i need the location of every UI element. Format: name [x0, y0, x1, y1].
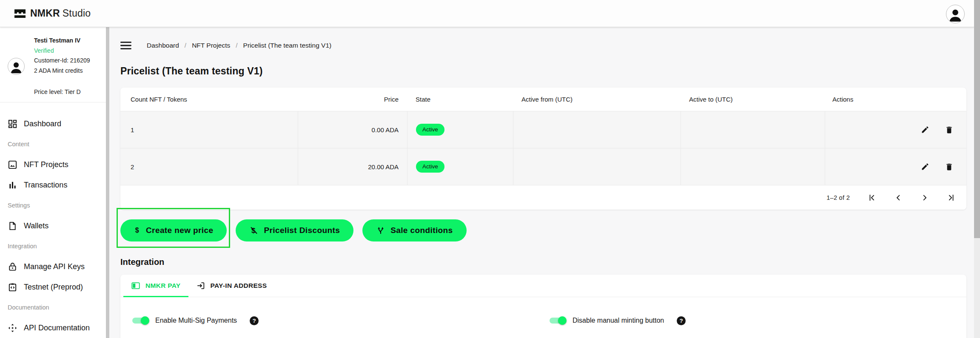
- sidebar-item-label: Dashboard: [24, 119, 61, 128]
- cell-state: Active: [407, 111, 513, 148]
- profile-avatar[interactable]: [8, 58, 25, 75]
- menu-icon[interactable]: [120, 41, 131, 50]
- image-icon: [8, 160, 17, 170]
- sidebar: Testi Testman IV Verified Customer-Id: 2…: [0, 27, 106, 338]
- column-header-state: State: [407, 96, 513, 103]
- sidebar-item-label: Transactions: [24, 181, 67, 190]
- sidebar-section-settings: Settings: [0, 195, 106, 216]
- breadcrumb-pricelist[interactable]: Pricelist (The team testing V1): [243, 42, 332, 49]
- disable-manual-minting-toggle[interactable]: [548, 315, 567, 326]
- mint-credits: 2 ADA Mint credits: [34, 66, 90, 76]
- brand-name: NMKR: [30, 8, 60, 19]
- profile-block: Testi Testman IV Verified Customer-Id: 2…: [0, 27, 106, 94]
- tab-nmkr-pay[interactable]: NMKR PAY: [123, 275, 188, 297]
- toggle-label: Enable Multi-Sig Payments: [155, 317, 237, 324]
- sale-conditions-button[interactable]: Sale conditions: [362, 219, 466, 241]
- column-header-active-from: Active from (UTC): [513, 96, 681, 103]
- sidebar-section-integration: Integration: [0, 236, 106, 256]
- column-header-active-to: Active to (UTC): [681, 96, 825, 103]
- help-icon[interactable]: ?: [250, 316, 259, 325]
- cell-count: 2: [120, 148, 298, 185]
- pagination-range: 1–2 of 2: [826, 194, 850, 201]
- verified-status: Verified: [34, 46, 90, 56]
- sidebar-item-label: API Documentation: [24, 324, 90, 332]
- toggle-thumb: [558, 316, 567, 325]
- chevron-left-icon: [894, 193, 903, 202]
- integration-tabs: NMKR PAY PAY-IN ADDRESS: [120, 275, 966, 297]
- sidebar-item-testnet[interactable]: Testnet (Preprod): [0, 277, 106, 297]
- first-page-button[interactable]: [868, 193, 876, 202]
- customer-id: Customer-Id: 216209: [34, 56, 90, 66]
- pricelist-table: Count NFT / Tokens Price State Active fr…: [120, 88, 966, 210]
- enable-multi-sig-toggle[interactable]: [131, 315, 149, 326]
- cell-actions: [825, 148, 966, 185]
- sidebar-item-label: Wallets: [24, 222, 48, 230]
- button-label: Pricelist Discounts: [264, 226, 340, 235]
- sidebar-item-dashboard[interactable]: Dashboard: [0, 114, 106, 134]
- cell-state: Active: [407, 148, 513, 185]
- sidebar-item-wallets[interactable]: Wallets: [0, 216, 106, 236]
- column-header-count: Count NFT / Tokens: [120, 96, 298, 103]
- next-page-button[interactable]: [920, 193, 929, 202]
- scrollbar-thumb[interactable]: [974, 0, 980, 238]
- tab-label: PAY-IN ADDRESS: [211, 282, 267, 290]
- pay-in-icon: [196, 281, 205, 290]
- column-header-actions: Actions: [825, 96, 966, 103]
- integration-card: NMKR PAY PAY-IN ADDRESS Enable Multi-Si: [120, 275, 966, 338]
- brand-suffix: Studio: [63, 8, 91, 19]
- breadcrumb-separator: /: [185, 42, 186, 49]
- sidebar-item-label: Manage API Keys: [24, 262, 85, 271]
- chevron-right-icon: [920, 193, 929, 202]
- delete-button[interactable]: [945, 162, 954, 171]
- sidebar-item-label: Testnet (Preprod): [24, 283, 83, 292]
- column-header-price: Price: [298, 96, 407, 103]
- last-page-button[interactable]: [947, 193, 955, 202]
- table-row: 1 0.00 ADA Active: [120, 111, 966, 148]
- sidebar-item-api-documentation[interactable]: API Documentation: [0, 318, 106, 338]
- cell-actions: [825, 111, 966, 148]
- cell-count: 1: [120, 111, 298, 148]
- page-title: Pricelist (The team testing V1): [120, 65, 974, 77]
- tab-label: NMKR PAY: [145, 282, 181, 290]
- user-avatar[interactable]: [946, 5, 965, 23]
- breadcrumb-nft-projects[interactable]: NFT Projects: [192, 42, 230, 49]
- actions-row: $ Create new price $ Pricelist Discounts: [120, 219, 974, 241]
- dollar-icon: $: [134, 226, 141, 235]
- last-page-icon: [947, 193, 955, 202]
- page-scrollbar[interactable]: [974, 0, 980, 338]
- bar-chart-icon: [8, 180, 17, 190]
- cell-active-from: [513, 111, 681, 148]
- edit-icon: [921, 162, 929, 171]
- edit-button[interactable]: [921, 162, 929, 171]
- api-icon: [8, 323, 17, 333]
- sidebar-nav: Dashboard Content NFT Projects Transacti…: [0, 114, 106, 338]
- svg-text:$: $: [135, 227, 139, 234]
- sidebar-section-content: Content: [0, 134, 106, 154]
- cell-price: 20.00 ADA: [298, 148, 407, 185]
- brand: NMKRStudio: [30, 8, 91, 19]
- help-icon[interactable]: ?: [677, 316, 686, 325]
- tab-pay-in-address[interactable]: PAY-IN ADDRESS: [188, 275, 275, 297]
- create-new-price-button[interactable]: $ Create new price: [120, 219, 227, 241]
- sidebar-item-transactions[interactable]: Transactions: [0, 175, 106, 195]
- sidebar-divider: [0, 102, 106, 102]
- cell-active-to: [681, 111, 825, 148]
- edit-button[interactable]: [921, 125, 929, 134]
- table-pagination: 1–2 of 2: [120, 185, 966, 210]
- profile-info: Testi Testman IV Verified Customer-Id: 2…: [34, 36, 90, 94]
- dashboard-icon: [8, 119, 17, 129]
- sidebar-item-manage-api-keys[interactable]: Manage API Keys: [0, 256, 106, 277]
- table-header: Count NFT / Tokens Price State Active fr…: [120, 88, 966, 111]
- payment-card-icon: [131, 281, 140, 290]
- document-icon: [8, 221, 17, 231]
- delete-button[interactable]: [945, 125, 954, 134]
- sidebar-scrollbar[interactable]: [106, 27, 109, 338]
- nmkr-logo[interactable]: NMKRStudio: [14, 8, 91, 19]
- breadcrumb-dashboard[interactable]: Dashboard: [147, 42, 179, 49]
- cell-active-from: [513, 148, 681, 185]
- sidebar-item-nft-projects[interactable]: NFT Projects: [0, 154, 106, 175]
- pricelist-discounts-button[interactable]: $ Pricelist Discounts: [236, 219, 353, 241]
- previous-page-button[interactable]: [894, 193, 903, 202]
- toggle-label: Disable manual minting button: [573, 317, 664, 324]
- edit-icon: [921, 125, 929, 134]
